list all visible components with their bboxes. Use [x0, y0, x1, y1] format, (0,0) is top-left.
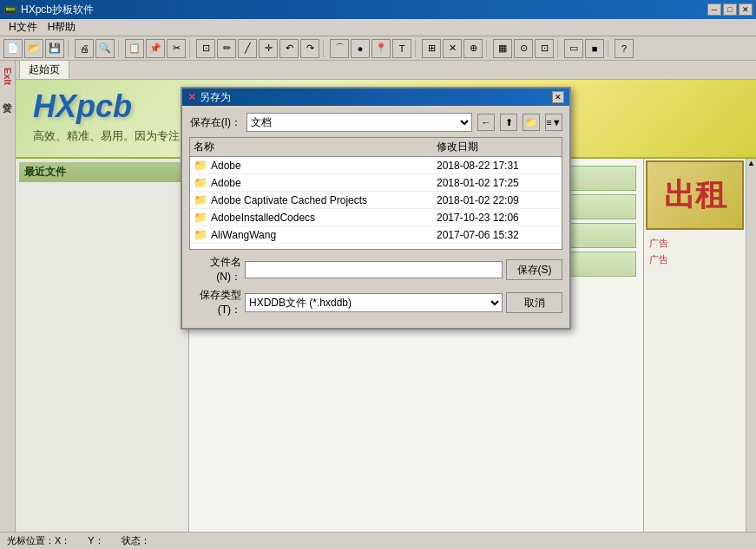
- main-area: ExIt 文件管 起始页 HXpcb 高效、精准、易用。因为专注，所以专业 最近…: [0, 61, 756, 532]
- window-controls: ─ □ ✕: [707, 3, 753, 16]
- toolbar-sep1: [68, 40, 71, 57]
- layer-button[interactable]: ▦: [493, 39, 512, 58]
- file-row-0[interactable]: 📁 Adobe 2018-08-22 17:31: [190, 157, 562, 174]
- pos-x-label: 光标位置：X：: [7, 534, 70, 547]
- app-title: HXpcb抄板软件: [21, 3, 707, 17]
- menu-bar: H文件 H帮助: [0, 19, 756, 36]
- arc-button[interactable]: ⌒: [330, 39, 349, 58]
- move-button[interactable]: ✛: [259, 39, 278, 58]
- dialog-close-button[interactable]: ✕: [552, 91, 564, 103]
- rect-button[interactable]: ▭: [564, 39, 583, 58]
- filename-label: 文件名(N)：: [189, 255, 241, 284]
- open-button[interactable]: 📂: [24, 39, 43, 58]
- toolbar-sep7: [557, 40, 561, 57]
- content-area: 起始页 HXpcb 高效、精准、易用。因为专注，所以专业 最近文件 + 最近更新…: [16, 61, 756, 532]
- filetype-select[interactable]: HXDDB文件 (*.hxddb): [245, 293, 503, 312]
- file-row-1[interactable]: 📁 Adobe 2018-01-02 17:25: [190, 174, 562, 192]
- folder-icon-4: 📁: [194, 228, 207, 241]
- title-bar: 📟 HXpcb抄板软件 ─ □ ✕: [0, 0, 756, 19]
- config-button[interactable]: ⊙: [514, 39, 533, 58]
- cut-button[interactable]: ✂: [167, 39, 186, 58]
- sidebar-label-files[interactable]: 文件管: [0, 94, 16, 97]
- save-in-row: 保存在(I)： 文档 ← ⬆ 📁 ≡▼: [189, 113, 562, 132]
- toolbar-sep6: [486, 40, 490, 57]
- grid-button[interactable]: ⊡: [535, 39, 554, 58]
- save-as-dialog: ✕ 另存为 ✕ 保存在(I)： 文档 ← ⬆ 📁 ≡▼: [181, 87, 571, 330]
- filename-row: 文件名(N)： 保存(S): [189, 255, 562, 284]
- nav-up-button[interactable]: ⬆: [500, 114, 517, 131]
- zoom-in-button[interactable]: ⊕: [463, 39, 483, 58]
- menu-help[interactable]: H帮助: [43, 18, 82, 36]
- file-date-4: 2017-07-06 15:32: [437, 229, 558, 241]
- pin-button[interactable]: 📍: [371, 39, 391, 58]
- save-in-label: 保存在(I)：: [189, 115, 241, 130]
- toolbar-sep5: [415, 40, 418, 57]
- filename-input[interactable]: [245, 261, 503, 278]
- file-name-3: AdobeInstalledCodecs: [211, 212, 437, 224]
- circle-button[interactable]: ●: [351, 39, 370, 58]
- file-name-4: AliWangWang: [211, 229, 437, 241]
- maximize-button[interactable]: □: [723, 3, 737, 16]
- folder-icon-2: 📁: [194, 193, 207, 206]
- minimize-button[interactable]: ─: [707, 3, 721, 16]
- filetype-label: 保存类型(T)：: [189, 288, 241, 317]
- sidebar: ExIt 文件管: [0, 61, 16, 532]
- status-bar: 光标位置：X： Y： 状态：: [0, 532, 756, 549]
- file-date-3: 2017-10-23 12:06: [437, 212, 558, 224]
- file-date-1: 2018-01-02 17:25: [437, 177, 558, 189]
- toolbar-sep4: [323, 40, 326, 57]
- select-button[interactable]: ⊡: [196, 39, 215, 58]
- save-button[interactable]: 💾: [45, 39, 64, 58]
- toolbar: 📄 📂 💾 🖨 🔍 📋 📌 ✂ ⊡ ✏ ╱ ✛ ↶ ↷ ⌒ ● 📍 T ⊞ ✕ …: [0, 36, 756, 61]
- dialog-overlay: ✕ 另存为 ✕ 保存在(I)： 文档 ← ⬆ 📁 ≡▼: [16, 61, 756, 532]
- folder-icon-0: 📁: [194, 159, 207, 172]
- col-name: 名称: [194, 140, 437, 154]
- menu-file[interactable]: H文件: [3, 18, 43, 36]
- file-row-3[interactable]: 📁 AdobeInstalledCodecs 2017-10-23 12:06: [190, 209, 562, 226]
- app-icon: 📟: [3, 3, 17, 16]
- dialog-title-text: 另存为: [200, 90, 552, 105]
- folder-icon-1: 📁: [194, 176, 207, 189]
- dialog-body: 保存在(I)： 文档 ← ⬆ 📁 ≡▼ 名称 修改日期: [182, 106, 569, 328]
- file-row-4[interactable]: 📁 AliWangWang 2017-07-06 15:32: [190, 226, 562, 244]
- undo-button[interactable]: ↶: [279, 39, 299, 58]
- delete-button[interactable]: ✕: [443, 39, 462, 58]
- copy-button[interactable]: 📋: [125, 39, 144, 58]
- save-in-select[interactable]: 文档: [247, 113, 472, 132]
- print-button[interactable]: 🖨: [75, 39, 94, 58]
- dialog-title-bar: ✕ 另存为 ✕: [182, 88, 569, 106]
- fill-button[interactable]: ■: [585, 39, 604, 58]
- nav-newfolder-button[interactable]: 📁: [523, 114, 540, 131]
- text-button[interactable]: T: [392, 39, 411, 58]
- pos-y-label: Y：: [88, 534, 103, 547]
- line-button[interactable]: ╱: [238, 39, 257, 58]
- file-list-area: 名称 修改日期 📁 Adobe 2018-08-22 17:31 📁 Adobe…: [189, 137, 562, 250]
- preview-button[interactable]: 🔍: [95, 39, 115, 58]
- component-button[interactable]: ⊞: [422, 39, 441, 58]
- state-label: 状态：: [122, 534, 150, 547]
- file-row-2[interactable]: 📁 Adobe Captivate Cached Projects 2018-0…: [190, 192, 562, 209]
- toolbar-sep8: [608, 40, 611, 57]
- folder-icon-3: 📁: [194, 211, 207, 224]
- col-date: 修改日期: [437, 140, 558, 154]
- filetype-row: 保存类型(T)： HXDDB文件 (*.hxddb) 取消: [189, 288, 562, 317]
- new-button[interactable]: 📄: [3, 39, 23, 58]
- paste-button[interactable]: 📌: [146, 39, 165, 58]
- file-date-0: 2018-08-22 17:31: [437, 160, 558, 172]
- help-button[interactable]: ?: [615, 39, 634, 58]
- toolbar-sep2: [118, 40, 122, 57]
- redo-button[interactable]: ↷: [300, 39, 319, 58]
- exit-label[interactable]: ExIt: [3, 68, 13, 85]
- save-button[interactable]: 保存(S): [506, 259, 562, 280]
- file-list-header: 名称 修改日期: [190, 138, 562, 157]
- file-name-2: Adobe Captivate Cached Projects: [211, 194, 437, 206]
- cancel-button[interactable]: 取消: [506, 292, 562, 313]
- file-name-0: Adobe: [211, 160, 437, 172]
- file-date-2: 2018-01-02 22:09: [437, 194, 558, 206]
- toolbar-sep3: [189, 40, 193, 57]
- nav-back-button[interactable]: ←: [477, 114, 495, 131]
- file-name-1: Adobe: [211, 177, 437, 189]
- draw-button[interactable]: ✏: [217, 39, 236, 58]
- nav-view-button[interactable]: ≡▼: [545, 114, 562, 131]
- close-button[interactable]: ✕: [739, 3, 753, 16]
